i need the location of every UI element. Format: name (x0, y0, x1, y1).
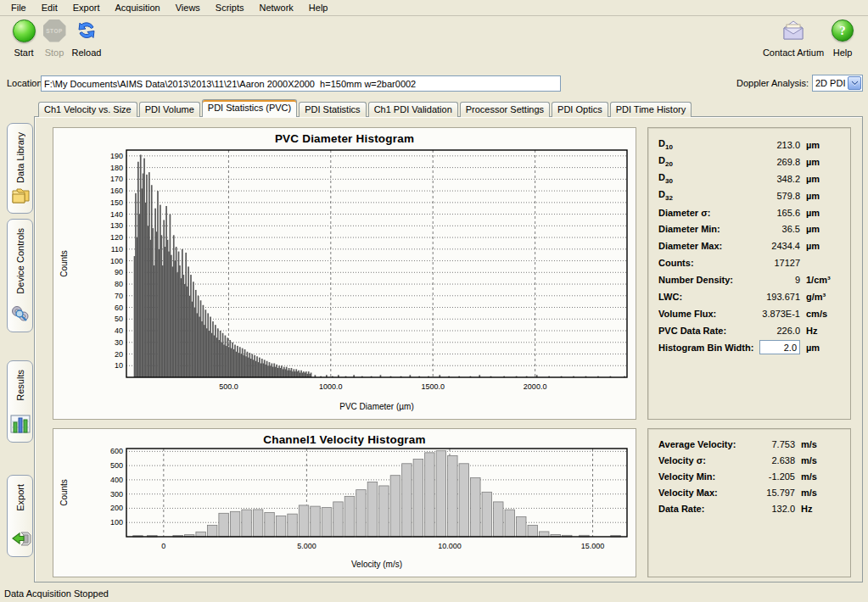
sidebar-item-results[interactable]: Results (7, 360, 33, 443)
x-axis-title: PVC Diameter (µm) (339, 402, 413, 411)
svg-text:190: 190 (110, 152, 123, 160)
svg-text:500.0: 500.0 (219, 382, 238, 391)
chevron-down-icon[interactable] (848, 76, 861, 90)
menu-item-views[interactable]: Views (168, 1, 208, 14)
pvc-diameter-histogram-chart: 1020304050607080901001101201301401501601… (53, 128, 637, 421)
tab-pdi-statistics[interactable]: PDI Statistics (299, 102, 366, 117)
menu-item-scripts[interactable]: Scripts (208, 1, 252, 14)
reload-button[interactable]: Reload (63, 17, 110, 58)
sidebar-item-device-controls[interactable]: Device Controls (7, 219, 33, 332)
svg-text:PVC Diameter (µm): PVC Diameter (µm) (339, 402, 413, 411)
tab-pdi-statistics-pvc[interactable]: PDI Statistics (PVC) (202, 99, 297, 117)
svg-text:600: 600 (110, 447, 123, 455)
doppler-analysis-value: 2D PDI (813, 78, 848, 88)
svg-text:30: 30 (115, 338, 123, 347)
svg-text:40: 40 (115, 326, 123, 335)
contact-artium-label: Contact Artium (762, 47, 825, 58)
sidebar-item-data-library[interactable]: Data Library (7, 123, 33, 214)
svg-text:110: 110 (111, 245, 123, 254)
svg-text:120: 120 (110, 233, 123, 242)
tab-pdi-optics[interactable]: PDI Optics (552, 102, 608, 117)
menu-bar: FileEditExportAcquisitionViewsScriptsNet… (0, 0, 868, 16)
svg-text:Velocity (m/s): Velocity (m/s) (351, 560, 402, 569)
stat-row-diameter-max: Diameter Max:2434.4µm (658, 237, 840, 254)
tab-processor-settings[interactable]: Processor Settings (460, 102, 550, 117)
stat-row-velocity: Velocity σ:2.638m/s (658, 452, 840, 468)
y-axis-title: Counts (59, 250, 69, 277)
histogram-bin-width-input[interactable] (759, 340, 800, 354)
tab-ch1-pdi-validation[interactable]: Ch1 PDI Validation (368, 102, 458, 117)
stat-unit: µm (806, 157, 840, 167)
mail-icon (762, 17, 825, 44)
pvc-chart-title: PVC Diameter Histogram (53, 132, 636, 145)
svg-text:20: 20 (115, 350, 123, 359)
tab-pdi-time-history[interactable]: PDI Time History (610, 102, 692, 117)
svg-text:130: 130 (110, 221, 123, 230)
svg-text:300: 300 (110, 490, 123, 499)
svg-text:2000.0: 2000.0 (524, 382, 547, 391)
menu-item-network[interactable]: Network (251, 1, 300, 14)
svg-text:150: 150 (110, 198, 123, 207)
x-tick-labels: 500.01000.01500.02000.0 (219, 382, 546, 391)
stat-row-pvc-data-rate: PVC Data Rate:226.0Hz (658, 322, 840, 339)
stat-value: 226.0 (749, 326, 800, 336)
stat-row-average-velocity: Average Velocity:7.753m/s (658, 436, 840, 452)
stat-value: 2.638 (751, 455, 795, 465)
toolbar: Start STOP Stop Reload (0, 17, 868, 71)
svg-text:100: 100 (110, 257, 123, 265)
menu-item-edit[interactable]: Edit (34, 1, 65, 14)
stat-row-volume-flux: Volume Flux:3.873E-1cm/s (658, 305, 840, 322)
menu-item-export[interactable]: Export (65, 1, 108, 14)
stat-value: 579.8 (749, 191, 800, 201)
svg-text:1500.0: 1500.0 (421, 382, 445, 391)
stat-label: Diameter Min: (658, 224, 749, 234)
svg-text:180: 180 (110, 164, 123, 172)
svg-text:80: 80 (115, 280, 123, 288)
tab-ch1-velocity-vs-size[interactable]: Ch1 Velocity vs. Size (38, 102, 137, 117)
stat-label: Volume Flux: (658, 309, 749, 319)
stat-label: Number Density: (658, 275, 749, 285)
svg-text:Counts: Counts (59, 479, 69, 506)
stat-row-velocity-min: Velocity Min:-1.205m/s (658, 468, 840, 484)
stat-unit: µm (806, 343, 840, 353)
stat-row-d10: D10213.0µm (658, 137, 840, 153)
svg-text:400: 400 (110, 476, 123, 484)
location-input[interactable] (41, 75, 561, 92)
velocity-histogram-chart: 10020030040050060005.00010.00015.000Velo… (53, 429, 637, 578)
menu-item-acquisition[interactable]: Acquisition (108, 1, 168, 14)
sidebar-item-export[interactable]: Export (7, 475, 33, 557)
stat-value: 348.2 (749, 174, 800, 184)
svg-text:170: 170 (110, 175, 123, 183)
tab-pdi-volume[interactable]: PDI Volume (139, 102, 200, 117)
svg-text:90: 90 (115, 268, 123, 276)
stat-value: 7.753 (751, 439, 795, 449)
stat-label: Average Velocity: (658, 439, 751, 449)
svg-text:60: 60 (115, 304, 123, 312)
stat-unit: µm (806, 174, 840, 184)
stat-value: 36.5 (749, 224, 800, 234)
results-chart-icon (10, 415, 31, 435)
stat-label: Diameter Max: (658, 241, 749, 251)
menu-item-file[interactable]: File (3, 1, 34, 14)
stat-row-data-rate: Data Rate:132.0Hz (658, 500, 840, 516)
stat-row-histogram-bin-width: Histogram Bin Width:µm (658, 339, 840, 356)
svg-text:10.000: 10.000 (438, 542, 462, 550)
stat-label: Data Rate: (658, 504, 751, 514)
stat-unit: µm (806, 241, 840, 251)
contact-artium-button[interactable]: Contact Artium (762, 17, 825, 58)
location-row: Location: Doppler Analysis: 2D PDI (0, 75, 868, 93)
stat-label: Diameter σ: (658, 208, 749, 218)
stat-row-diameter: Diameter σ:165.6µm (658, 204, 840, 221)
reload-button-label: Reload (63, 47, 110, 58)
histogram-bars (134, 154, 625, 377)
stat-label: D10 (658, 138, 749, 151)
menu-item-help[interactable]: Help (301, 1, 336, 14)
svg-text:160: 160 (110, 187, 123, 195)
stat-label: Histogram Bin Width: (658, 343, 759, 353)
stat-value: 3.873E-1 (749, 309, 800, 319)
x-tick-labels: 05.00010.00015.000 (161, 542, 604, 550)
help-button[interactable]: ? Help (819, 17, 866, 58)
doppler-analysis-select[interactable]: 2D PDI (812, 75, 863, 92)
pvc-diameter-histogram-panel: PVC Diameter Histogram 10203040506070809… (53, 127, 636, 420)
stat-value: 2434.4 (749, 241, 800, 251)
